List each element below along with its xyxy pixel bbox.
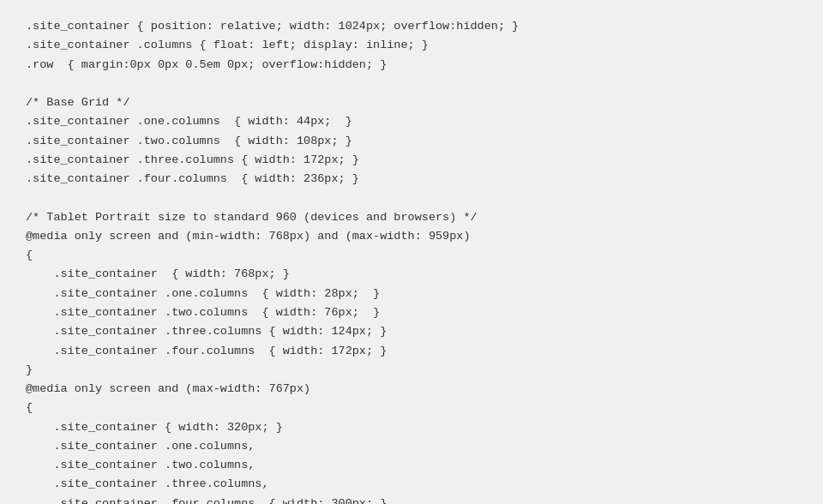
- code-line: .site_container .four.columns { width: 2…: [26, 170, 797, 189]
- code-line: /* Tablet Portrait size to standard 960 …: [26, 208, 797, 227]
- code-line: .site_container .columns { float: left; …: [26, 36, 797, 55]
- code-line: [26, 189, 797, 207]
- code-line: @media only screen and (max-width: 767px…: [26, 380, 797, 399]
- code-line: [26, 75, 797, 93]
- code-container: .site_container { position: relative; wi…: [0, 0, 823, 504]
- code-line: {: [26, 246, 797, 265]
- code-line: .site_container .three.columns { width: …: [26, 322, 797, 341]
- code-line: .site_container .two.columns,: [26, 456, 797, 475]
- code-line: .site_container .three.columns,: [26, 475, 797, 494]
- code-line: .site_container { width: 320px; }: [26, 418, 797, 437]
- code-line: .site_container .four.columns { width: 3…: [26, 495, 797, 504]
- code-line: .site_container .three.columns { width: …: [26, 151, 797, 170]
- code-line: .site_container .two.columns { width: 10…: [26, 132, 797, 151]
- code-line: @media only screen and (min-width: 768px…: [26, 227, 797, 246]
- code-line: }: [26, 361, 797, 380]
- code-line: /* Base Grid */: [26, 93, 797, 112]
- code-line: .site_container .one.columns { width: 28…: [26, 285, 797, 303]
- code-line: .site_container .one.columns,: [26, 437, 797, 456]
- code-block: .site_container { position: relative; wi…: [26, 17, 797, 504]
- code-line: .site_container { position: relative; wi…: [26, 17, 797, 36]
- code-line: .site_container .four.columns { width: 1…: [26, 342, 797, 361]
- code-line: .site_container .two.columns { width: 76…: [26, 303, 797, 322]
- code-line: .row { margin:0px 0px 0.5em 0px; overflo…: [26, 56, 797, 75]
- code-line: .site_container { width: 768px; }: [26, 265, 797, 284]
- code-line: {: [26, 399, 797, 417]
- code-line: .site_container .one.columns { width: 44…: [26, 112, 797, 131]
